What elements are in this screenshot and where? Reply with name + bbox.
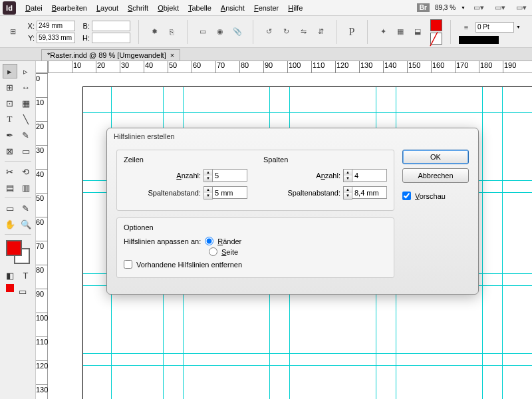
menu-objekt[interactable]: Objekt — [154, 2, 183, 14]
y-position-input[interactable] — [37, 33, 75, 43]
ok-button[interactable]: OK — [402, 150, 469, 164]
width-input[interactable] — [92, 21, 130, 31]
ruler-origin[interactable] — [36, 61, 48, 73]
menu-hilfe[interactable]: Hilfe — [284, 2, 307, 14]
preview-checkbox[interactable] — [402, 192, 411, 200]
horizontal-ruler[interactable]: 1020304050607080901001101201301401501601… — [48, 61, 532, 73]
selection-tool[interactable]: ▸ — [3, 64, 17, 78]
cols-gutter-input[interactable] — [352, 186, 387, 199]
zoom-tool[interactable]: 🔍 — [19, 217, 33, 231]
frame-tool[interactable]: ⊠ — [3, 144, 17, 158]
cols-count-down[interactable]: ▼ — [344, 176, 352, 182]
stroke-weight-icon: ≡ — [459, 20, 473, 35]
menu-ansicht[interactable]: Ansicht — [217, 2, 249, 14]
pencil-tool[interactable]: ✎ — [19, 128, 33, 142]
rows-count-up[interactable]: ▲ — [204, 170, 212, 176]
rectangle-tool[interactable]: ▭ — [19, 144, 33, 158]
rotate-ccw-icon[interactable]: ↺ — [261, 25, 276, 39]
menu-schrift[interactable]: Schrift — [124, 2, 152, 14]
cols-gutter-label: Spaltenabstand: — [287, 189, 340, 197]
effects-icon[interactable]: ✦ — [376, 25, 390, 39]
corner-icon[interactable]: ⬓ — [410, 25, 425, 39]
fit-page-radio[interactable] — [209, 247, 217, 256]
control-bar: ⊞ X: Y: B: H: ✹ ⎘ ▭ ◉ 📎 ↺ ↻ ⇋ ⇵ P ✦ ▦ ⬓ … — [0, 16, 532, 48]
eyedropper-tool[interactable]: ✎ — [19, 201, 33, 215]
select-container-icon[interactable]: ▭ — [196, 25, 210, 39]
menu-tabelle[interactable]: Tabelle — [184, 2, 215, 14]
flip-h-icon[interactable]: ⇋ — [296, 25, 311, 39]
create-guides-dialog: Hilfslinien erstellen Zeilen Anzahl: ▲▼ … — [106, 128, 479, 295]
reference-point-icon[interactable]: ⊞ — [5, 25, 20, 39]
menu-bar: Id Datei Bearbeiten Layout Schrift Objek… — [0, 0, 532, 16]
menu-datei[interactable]: Datei — [21, 2, 47, 14]
rows-gutter-down[interactable]: ▼ — [204, 193, 212, 199]
fill-box[interactable] — [6, 240, 22, 256]
content-tool[interactable]: ⊡ — [3, 96, 17, 110]
screen-mode-icon[interactable]: ▭▾ — [492, 2, 508, 14]
cancel-button[interactable]: Abbrechen — [402, 168, 469, 183]
cols-count-up[interactable]: ▲ — [344, 170, 352, 176]
zoom-level[interactable]: 89,3 % — [435, 4, 456, 11]
dialog-title: Hilfslinien erstellen — [107, 128, 478, 144]
document-tab-label: *Raster.indd @ 89 % [Umgewandelt] — [47, 51, 166, 59]
rows-gutter-up[interactable]: ▲ — [204, 187, 212, 193]
rows-legend: Zeilen — [124, 156, 247, 164]
rows-count-down[interactable]: ▼ — [204, 176, 212, 182]
stroke-swatch[interactable]: ╱ — [430, 33, 442, 45]
paragraph-icon[interactable]: P — [344, 25, 359, 39]
rows-count-input[interactable] — [213, 169, 247, 182]
bug-icon[interactable]: ✹ — [147, 25, 162, 39]
view-mode-normal[interactable] — [6, 284, 14, 292]
apply-text-icon[interactable]: T — [19, 268, 33, 283]
gradient-swatch-tool[interactable]: ▤ — [3, 180, 17, 195]
options-legend: Optionen — [124, 223, 387, 231]
stroke-weight-input[interactable] — [475, 22, 514, 33]
stroke-style-display[interactable] — [459, 36, 499, 44]
close-icon[interactable]: × — [170, 51, 174, 59]
cols-gutter-up[interactable]: ▲ — [344, 187, 352, 193]
page-tool[interactable]: ⊞ — [3, 80, 17, 94]
vertical-ruler[interactable]: 0102030405060708090100110120130 — [36, 73, 48, 399]
cols-count-input[interactable] — [352, 169, 387, 182]
cols-legend: Spalten — [263, 156, 387, 164]
grid-icon[interactable]: ▦ — [19, 96, 33, 110]
menu-layout[interactable]: Layout — [92, 2, 122, 14]
bridge-badge[interactable]: Br — [417, 3, 430, 12]
fit-margins-radio[interactable] — [205, 237, 213, 245]
select-content-icon[interactable]: ◉ — [213, 25, 227, 39]
document-tab-bar: *Raster.indd @ 89 % [Umgewandelt] × — [0, 48, 532, 61]
link-icon[interactable]: ⎘ — [164, 25, 179, 39]
type-tool[interactable]: T — [3, 112, 17, 126]
scissors-tool[interactable]: ✂ — [3, 164, 17, 179]
rotate-cw-icon[interactable]: ↻ — [279, 25, 293, 39]
pen-tool[interactable]: ✒ — [3, 128, 17, 142]
flip-v-icon[interactable]: ⇵ — [313, 25, 328, 39]
gradient-feather-tool[interactable]: ▥ — [19, 180, 33, 195]
preview-label: Vorschau — [415, 192, 446, 200]
fill-stroke-indicator[interactable] — [6, 240, 30, 264]
toolbox: ▸▹ ⊞↔ ⊡▦ T╲ ✒✎ ⊠▭ ✂⟲ ▤▥ ▭✎ ✋🔍 ◧T ▭ — [0, 61, 36, 399]
line-tool[interactable]: ╲ — [19, 112, 33, 126]
view-mode-preview[interactable]: ▭ — [15, 284, 30, 299]
fit-margins-label: Ränder — [217, 237, 241, 245]
view-options-icon[interactable]: ▭▾ — [471, 2, 487, 14]
gap-tool[interactable]: ↔ — [19, 80, 33, 94]
wrap-icon[interactable]: ▦ — [393, 25, 408, 39]
transform-tool[interactable]: ⟲ — [19, 164, 33, 179]
apply-color-icon[interactable]: ◧ — [3, 268, 17, 283]
document-tab[interactable]: *Raster.indd @ 89 % [Umgewandelt] × — [41, 49, 180, 61]
arrange-icon[interactable]: ▭▾ — [513, 2, 529, 14]
attachment-icon[interactable]: 📎 — [230, 25, 245, 39]
rows-gutter-input[interactable] — [213, 186, 247, 199]
remove-existing-checkbox[interactable] — [124, 260, 132, 269]
menu-fenster[interactable]: Fenster — [250, 2, 283, 14]
cols-gutter-down[interactable]: ▼ — [344, 193, 352, 199]
x-position-input[interactable] — [37, 21, 75, 31]
fit-page-label: Seite — [221, 248, 238, 256]
hand-tool[interactable]: ✋ — [3, 217, 17, 231]
fill-swatch[interactable] — [430, 19, 442, 31]
height-input[interactable] — [92, 33, 130, 43]
note-tool[interactable]: ▭ — [3, 201, 17, 215]
direct-selection-tool[interactable]: ▹ — [19, 64, 33, 78]
menu-bearbeiten[interactable]: Bearbeiten — [48, 2, 91, 14]
